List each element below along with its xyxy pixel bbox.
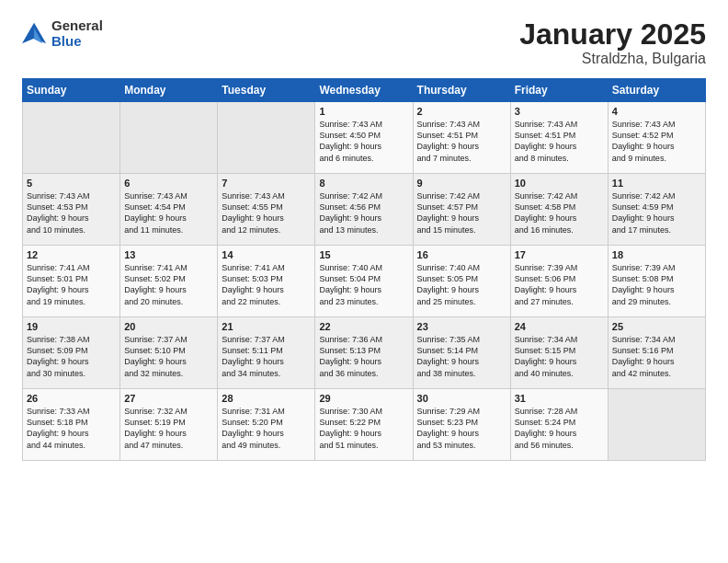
day-details: Sunrise: 7:42 AM Sunset: 4:58 PM Dayligh… <box>515 190 604 236</box>
day-number: 23 <box>417 321 506 332</box>
day-number: 26 <box>27 393 116 404</box>
calendar-cell: 26Sunrise: 7:33 AM Sunset: 5:18 PM Dayli… <box>23 389 120 461</box>
day-details: Sunrise: 7:30 AM Sunset: 5:22 PM Dayligh… <box>319 406 408 451</box>
day-details: Sunrise: 7:34 AM Sunset: 5:15 PM Dayligh… <box>515 334 604 379</box>
day-number: 22 <box>319 321 408 332</box>
day-header-saturday: Saturday <box>608 79 705 102</box>
day-details: Sunrise: 7:43 AM Sunset: 4:53 PM Dayligh… <box>27 190 116 236</box>
calendar-cell: 12Sunrise: 7:41 AM Sunset: 5:01 PM Dayli… <box>23 246 120 317</box>
day-details: Sunrise: 7:38 AM Sunset: 5:09 PM Dayligh… <box>27 334 116 379</box>
calendar-cell: 23Sunrise: 7:35 AM Sunset: 5:14 PM Dayli… <box>413 317 510 389</box>
day-number: 6 <box>124 178 213 189</box>
day-details: Sunrise: 7:32 AM Sunset: 5:19 PM Dayligh… <box>124 406 213 451</box>
day-number: 4 <box>612 106 701 117</box>
day-details: Sunrise: 7:41 AM Sunset: 5:03 PM Dayligh… <box>222 262 311 307</box>
calendar-cell: 21Sunrise: 7:37 AM Sunset: 5:11 PM Dayli… <box>218 317 315 389</box>
calendar-week-4: 19Sunrise: 7:38 AM Sunset: 5:09 PM Dayli… <box>23 317 706 389</box>
calendar-cell: 11Sunrise: 7:42 AM Sunset: 4:59 PM Dayli… <box>608 174 705 246</box>
calendar-cell: 9Sunrise: 7:42 AM Sunset: 4:57 PM Daylig… <box>413 174 510 246</box>
day-details: Sunrise: 7:42 AM Sunset: 4:56 PM Dayligh… <box>319 190 408 236</box>
day-details: Sunrise: 7:37 AM Sunset: 5:10 PM Dayligh… <box>124 334 213 379</box>
day-details: Sunrise: 7:31 AM Sunset: 5:20 PM Dayligh… <box>222 406 311 451</box>
day-header-friday: Friday <box>510 79 608 102</box>
day-number: 7 <box>222 178 311 189</box>
calendar-cell: 1Sunrise: 7:43 AM Sunset: 4:50 PM Daylig… <box>315 102 413 174</box>
calendar-cell: 19Sunrise: 7:38 AM Sunset: 5:09 PM Dayli… <box>23 317 120 389</box>
calendar-cell: 25Sunrise: 7:34 AM Sunset: 5:16 PM Dayli… <box>608 317 705 389</box>
day-details: Sunrise: 7:42 AM Sunset: 4:59 PM Dayligh… <box>612 190 701 236</box>
calendar-cell: 16Sunrise: 7:40 AM Sunset: 5:05 PM Dayli… <box>413 246 510 317</box>
day-header-sunday: Sunday <box>23 79 120 102</box>
calendar-cell: 28Sunrise: 7:31 AM Sunset: 5:20 PM Dayli… <box>218 389 315 461</box>
calendar-cell: 27Sunrise: 7:32 AM Sunset: 5:19 PM Dayli… <box>120 389 218 461</box>
day-number: 3 <box>515 106 604 117</box>
day-details: Sunrise: 7:43 AM Sunset: 4:51 PM Dayligh… <box>417 119 506 164</box>
day-number: 9 <box>417 178 506 189</box>
calendar-week-3: 12Sunrise: 7:41 AM Sunset: 5:01 PM Dayli… <box>23 246 706 317</box>
day-details: Sunrise: 7:40 AM Sunset: 5:04 PM Dayligh… <box>319 262 408 307</box>
calendar-table: SundayMondayTuesdayWednesdayThursdayFrid… <box>22 78 706 461</box>
day-details: Sunrise: 7:42 AM Sunset: 4:57 PM Dayligh… <box>417 190 506 236</box>
day-number: 2 <box>417 106 506 117</box>
day-header-wednesday: Wednesday <box>315 79 413 102</box>
day-details: Sunrise: 7:43 AM Sunset: 4:51 PM Dayligh… <box>515 119 604 164</box>
day-details: Sunrise: 7:29 AM Sunset: 5:23 PM Dayligh… <box>417 406 506 451</box>
day-number: 19 <box>27 321 116 332</box>
day-header-thursday: Thursday <box>413 79 510 102</box>
calendar-cell <box>23 102 120 174</box>
day-number: 20 <box>124 321 213 332</box>
calendar-cell: 10Sunrise: 7:42 AM Sunset: 4:58 PM Dayli… <box>510 174 608 246</box>
day-number: 18 <box>612 249 701 260</box>
logo-text: General Blue <box>51 18 103 49</box>
logo-icon <box>22 21 48 47</box>
calendar-cell: 20Sunrise: 7:37 AM Sunset: 5:10 PM Dayli… <box>120 317 218 389</box>
day-details: Sunrise: 7:41 AM Sunset: 5:01 PM Dayligh… <box>27 262 116 307</box>
day-number: 8 <box>319 178 408 189</box>
day-details: Sunrise: 7:28 AM Sunset: 5:24 PM Dayligh… <box>515 406 604 451</box>
day-number: 11 <box>612 178 701 189</box>
calendar-cell: 2Sunrise: 7:43 AM Sunset: 4:51 PM Daylig… <box>413 102 510 174</box>
page: General Blue January 2025 Straldzha, Bul… <box>0 0 728 563</box>
day-number: 28 <box>222 393 311 404</box>
day-number: 25 <box>612 321 701 332</box>
calendar-cell: 14Sunrise: 7:41 AM Sunset: 5:03 PM Dayli… <box>218 246 315 317</box>
calendar-cell: 17Sunrise: 7:39 AM Sunset: 5:06 PM Dayli… <box>510 246 608 317</box>
calendar-cell: 4Sunrise: 7:43 AM Sunset: 4:52 PM Daylig… <box>608 102 705 174</box>
calendar-cell: 31Sunrise: 7:28 AM Sunset: 5:24 PM Dayli… <box>510 389 608 461</box>
day-number: 16 <box>417 249 506 260</box>
day-number: 14 <box>222 249 311 260</box>
calendar-cell: 30Sunrise: 7:29 AM Sunset: 5:23 PM Dayli… <box>413 389 510 461</box>
day-details: Sunrise: 7:43 AM Sunset: 4:55 PM Dayligh… <box>222 190 311 236</box>
calendar-cell <box>608 389 705 461</box>
day-number: 31 <box>515 393 604 404</box>
day-details: Sunrise: 7:41 AM Sunset: 5:02 PM Dayligh… <box>124 262 213 307</box>
day-details: Sunrise: 7:36 AM Sunset: 5:13 PM Dayligh… <box>319 334 408 379</box>
calendar-cell <box>218 102 315 174</box>
calendar-week-5: 26Sunrise: 7:33 AM Sunset: 5:18 PM Dayli… <box>23 389 706 461</box>
calendar-cell: 18Sunrise: 7:39 AM Sunset: 5:08 PM Dayli… <box>608 246 705 317</box>
day-number: 17 <box>515 249 604 260</box>
day-details: Sunrise: 7:43 AM Sunset: 4:50 PM Dayligh… <box>319 119 408 164</box>
day-details: Sunrise: 7:39 AM Sunset: 5:08 PM Dayligh… <box>612 262 701 307</box>
calendar-cell: 22Sunrise: 7:36 AM Sunset: 5:13 PM Dayli… <box>315 317 413 389</box>
day-number: 10 <box>515 178 604 189</box>
calendar-cell: 29Sunrise: 7:30 AM Sunset: 5:22 PM Dayli… <box>315 389 413 461</box>
calendar-cell: 15Sunrise: 7:40 AM Sunset: 5:04 PM Dayli… <box>315 246 413 317</box>
calendar-cell: 8Sunrise: 7:42 AM Sunset: 4:56 PM Daylig… <box>315 174 413 246</box>
day-number: 30 <box>417 393 506 404</box>
calendar-cell: 5Sunrise: 7:43 AM Sunset: 4:53 PM Daylig… <box>23 174 120 246</box>
day-number: 27 <box>124 393 213 404</box>
logo: General Blue <box>22 18 103 49</box>
day-details: Sunrise: 7:43 AM Sunset: 4:54 PM Dayligh… <box>124 190 213 236</box>
calendar-header-row: SundayMondayTuesdayWednesdayThursdayFrid… <box>23 79 706 102</box>
day-number: 24 <box>515 321 604 332</box>
logo-general-text: General <box>51 18 103 34</box>
day-number: 15 <box>319 249 408 260</box>
day-details: Sunrise: 7:39 AM Sunset: 5:06 PM Dayligh… <box>515 262 604 307</box>
day-number: 1 <box>319 106 408 117</box>
day-number: 5 <box>27 178 116 189</box>
calendar-cell: 24Sunrise: 7:34 AM Sunset: 5:15 PM Dayli… <box>510 317 608 389</box>
logo-blue-text: Blue <box>51 34 103 50</box>
title-block: January 2025 Straldzha, Bulgaria <box>519 18 706 67</box>
day-details: Sunrise: 7:40 AM Sunset: 5:05 PM Dayligh… <box>417 262 506 307</box>
